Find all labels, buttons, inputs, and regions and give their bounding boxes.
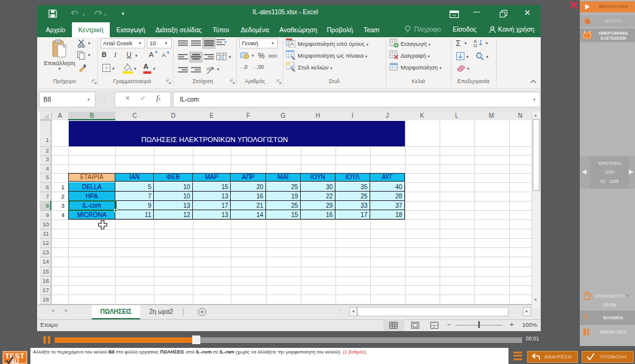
svg-text:Α: Α	[474, 39, 477, 43]
svg-text:ab: ab	[206, 66, 211, 71]
svg-text:Ω: Ω	[474, 43, 477, 47]
